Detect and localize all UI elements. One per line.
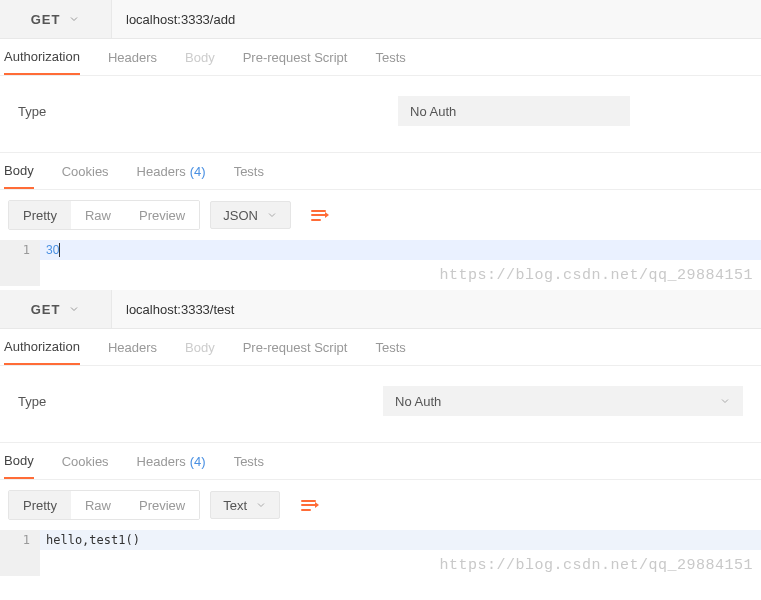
wrap-icon	[311, 210, 326, 221]
headers-count: (4)	[190, 164, 206, 179]
auth-type-value: No Auth	[395, 394, 441, 409]
auth-section: Type No Auth	[0, 366, 761, 443]
code-row: 1 30	[0, 240, 761, 260]
auth-type-label: Type	[18, 394, 383, 409]
tab-body[interactable]: Body	[185, 329, 215, 365]
view-preview[interactable]: Preview	[125, 201, 199, 229]
url-input[interactable]	[112, 290, 761, 328]
http-method-label: GET	[31, 12, 61, 27]
view-pretty[interactable]: Pretty	[9, 201, 71, 229]
view-raw[interactable]: Raw	[71, 201, 125, 229]
auth-type-label: Type	[18, 104, 398, 119]
code-text[interactable]: 30	[40, 240, 761, 260]
response-tabs: Body Cookies Headers (4) Tests	[0, 443, 761, 480]
url-input[interactable]	[112, 0, 761, 38]
request-tabs: Authorization Headers Body Pre-request S…	[0, 329, 761, 366]
tab-headers[interactable]: Headers	[108, 39, 157, 75]
text-caret	[59, 243, 60, 257]
auth-type-value: No Auth	[410, 104, 456, 119]
view-mode-group: Pretty Raw Preview	[8, 490, 200, 520]
view-pretty[interactable]: Pretty	[9, 491, 71, 519]
view-raw[interactable]: Raw	[71, 491, 125, 519]
view-preview[interactable]: Preview	[125, 491, 199, 519]
response-body-area: 1 hello,test1()	[0, 530, 761, 576]
line-number: 1	[0, 240, 40, 260]
auth-type-dropdown[interactable]: No Auth	[398, 96, 630, 126]
tab-response-tests[interactable]: Tests	[234, 153, 264, 189]
gutter	[0, 260, 40, 286]
headers-count: (4)	[190, 454, 206, 469]
tab-response-body[interactable]: Body	[4, 443, 34, 479]
auth-type-dropdown[interactable]: No Auth	[383, 386, 743, 416]
language-dropdown[interactable]: JSON	[210, 201, 291, 229]
gutter	[0, 550, 40, 576]
tab-response-tests[interactable]: Tests	[234, 443, 264, 479]
tab-response-body[interactable]: Body	[4, 153, 34, 189]
tab-tests[interactable]: Tests	[375, 39, 405, 75]
view-mode-group: Pretty Raw Preview	[8, 200, 200, 230]
tab-prerequest[interactable]: Pre-request Script	[243, 39, 348, 75]
tab-prerequest[interactable]: Pre-request Script	[243, 329, 348, 365]
auth-section: Type No Auth	[0, 76, 761, 153]
request-tabs: Authorization Headers Body Pre-request S…	[0, 39, 761, 76]
wrap-lines-button[interactable]	[290, 491, 326, 519]
wrap-lines-button[interactable]	[301, 201, 337, 229]
line-number: 1	[0, 530, 40, 550]
request-panel-1: GET Authorization Headers Body Pre-reque…	[0, 0, 761, 286]
chevron-down-icon	[266, 209, 278, 221]
tab-authorization[interactable]: Authorization	[4, 329, 80, 365]
chevron-down-icon	[255, 499, 267, 511]
tab-tests[interactable]: Tests	[375, 329, 405, 365]
http-method-dropdown[interactable]: GET	[0, 0, 112, 38]
tab-response-cookies[interactable]: Cookies	[62, 443, 109, 479]
chevron-down-icon	[719, 395, 731, 407]
request-bar: GET	[0, 290, 761, 329]
http-method-dropdown[interactable]: GET	[0, 290, 112, 328]
tab-response-headers[interactable]: Headers (4)	[137, 443, 206, 479]
request-panel-2: GET Authorization Headers Body Pre-reque…	[0, 290, 761, 576]
response-body-area: 1 30	[0, 240, 761, 286]
http-method-label: GET	[31, 302, 61, 317]
request-bar: GET	[0, 0, 761, 39]
tab-response-cookies[interactable]: Cookies	[62, 153, 109, 189]
format-bar: Pretty Raw Preview Text	[0, 480, 761, 530]
response-tabs: Body Cookies Headers (4) Tests	[0, 153, 761, 190]
tab-authorization[interactable]: Authorization	[4, 39, 80, 75]
chevron-down-icon	[68, 303, 80, 315]
code-row: 1 hello,test1()	[0, 530, 761, 550]
tab-headers[interactable]: Headers	[108, 329, 157, 365]
tab-response-headers[interactable]: Headers (4)	[137, 153, 206, 189]
language-dropdown[interactable]: Text	[210, 491, 280, 519]
chevron-down-icon	[68, 13, 80, 25]
format-bar: Pretty Raw Preview JSON	[0, 190, 761, 240]
tab-body[interactable]: Body	[185, 39, 215, 75]
wrap-icon	[301, 500, 316, 511]
code-text[interactable]: hello,test1()	[40, 530, 761, 550]
